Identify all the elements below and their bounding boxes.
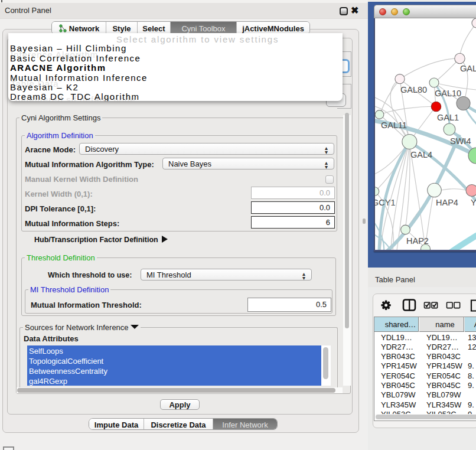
svg-text:GAL11: GAL11 [381,120,407,130]
svg-text:HAP2: HAP2 [406,236,429,246]
svg-text:YD: YD [471,198,476,207]
svg-text:GAL1: GAL1 [437,113,459,122]
svg-text:HAP4: HAP4 [436,198,458,207]
svg-text:GAL80: GAL80 [400,85,427,94]
svg-text:GCY1: GCY1 [375,198,396,207]
svg-text:SWI4: SWI4 [450,136,471,146]
svg-text:GAL10: GAL10 [435,89,461,98]
svg-text:GAL7: GAL7 [460,64,476,73]
svg-text:GAL4: GAL4 [410,150,432,159]
